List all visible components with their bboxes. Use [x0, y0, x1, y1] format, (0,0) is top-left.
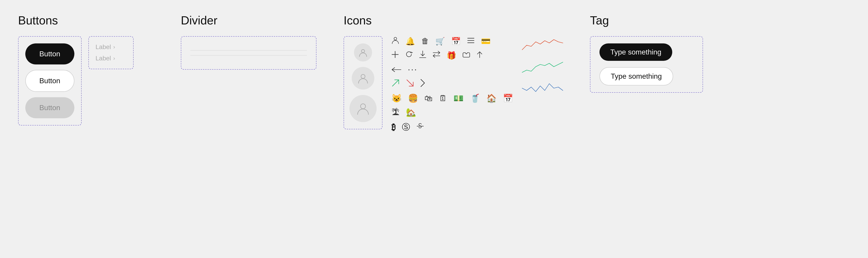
divider-line-1 — [190, 50, 307, 51]
label-text-1: Label — [96, 44, 111, 51]
icons-grid: 🔔 🗑 🛒 📅 💳 — [392, 36, 513, 133]
bell-icon: 🔔 — [405, 37, 415, 46]
house2-emoji: 🏡 — [406, 108, 416, 117]
ellipsis-icon: ··· — [408, 65, 418, 75]
avatar-small — [354, 44, 372, 61]
label-text-2: Label — [96, 55, 111, 62]
money-emoji: 💵 — [454, 94, 464, 103]
svg-point-1 — [361, 75, 365, 79]
sparkline-3 — [522, 79, 563, 95]
svg-line-14 — [407, 80, 413, 86]
divider-section: Divider — [181, 13, 316, 70]
svg-line-13 — [393, 80, 399, 86]
icon-row-2: 🎁 — [392, 51, 513, 60]
house-emoji: 🏠 — [487, 94, 497, 103]
main-layout: Buttons Button Button Button Label › Lab… — [18, 13, 850, 133]
labels-dashed-box: Label › Label › — [88, 36, 133, 69]
download-icon — [419, 51, 426, 60]
svg-point-0 — [362, 50, 365, 53]
tag-section: Tag Type something Type something — [590, 13, 703, 93]
primary-button[interactable]: Button — [25, 44, 74, 64]
tag-filled-button[interactable]: Type something — [599, 44, 672, 61]
swap-icon — [433, 51, 440, 60]
sparkline-2 — [522, 59, 563, 75]
buttons-section: Buttons Button Button Button Label › Lab… — [18, 13, 154, 125]
icon-row-1: 🔔 🗑 🛒 📅 💳 — [392, 36, 513, 46]
plus-icon — [392, 51, 399, 60]
divider-dashed-box — [181, 36, 316, 70]
creditcard-icon: 💳 — [481, 37, 491, 46]
island-emoji: 🏝 — [392, 108, 400, 117]
label-arrow-1: › — [113, 44, 115, 50]
person-icon — [392, 36, 399, 46]
icons-content: 🔔 🗑 🛒 📅 💳 — [344, 36, 563, 133]
circled-s-icon: Ⓢ — [402, 122, 410, 133]
trend-up-icon — [392, 79, 400, 89]
notepad-emoji: 📅 — [503, 94, 513, 103]
icon-row-4 — [392, 79, 513, 89]
divider-line-2 — [190, 55, 307, 56]
label-item-2[interactable]: Label › — [96, 55, 126, 62]
svg-point-2 — [361, 104, 366, 109]
buttons-dashed-box: Button Button Button — [18, 36, 82, 125]
icon-row-3: ··· — [392, 65, 513, 75]
buttons-content: Button Button Button Label › Label › — [18, 36, 154, 125]
arrow-left-icon — [392, 65, 401, 75]
shopping-emoji: 🛍 — [425, 94, 433, 103]
disabled-button: Button — [25, 97, 74, 118]
trend-down-icon — [406, 79, 414, 89]
avatars-dashed-box — [344, 36, 382, 130]
trash-icon: 🗑 — [421, 37, 429, 46]
svg-point-3 — [394, 37, 397, 40]
sparkline-1 — [522, 38, 563, 54]
tag-outline-button[interactable]: Type something — [599, 67, 673, 85]
calendar-icon: 📅 — [451, 37, 461, 46]
divider-section-title: Divider — [181, 13, 316, 27]
cart-icon: 🛒 — [435, 37, 445, 46]
refresh-icon — [405, 51, 413, 60]
icon-row-7: ₿ Ⓢ — [392, 122, 513, 133]
outline-button[interactable]: Button — [25, 70, 74, 92]
cat-emoji: 😺 — [392, 94, 402, 103]
tag-section-title: Tag — [590, 13, 703, 27]
list-icon — [467, 37, 475, 46]
up-icon — [476, 51, 483, 60]
chevron-right-icon — [421, 79, 425, 89]
gift-icon: 🎁 — [447, 51, 456, 60]
icons-section-title: Icons — [344, 13, 563, 27]
burger-emoji: 🍔 — [408, 94, 418, 103]
tag-dashed-box: Type something Type something — [590, 36, 703, 93]
bitcoin-icon: ₿ — [392, 122, 396, 132]
buttons-section-title: Buttons — [18, 13, 154, 27]
avatar-large — [349, 95, 377, 122]
drink-emoji: 🥤 — [470, 94, 480, 103]
undo-icon — [463, 51, 470, 60]
calendar-emoji: 🗓 — [439, 94, 447, 103]
icon-row-6: 🏝 🏡 — [392, 108, 513, 117]
icons-section: Icons — [344, 13, 563, 133]
avatar-medium — [352, 67, 374, 90]
icon-row-5: 😺 🍔 🛍 🗓 💵 🥤 🏠 📅 — [392, 94, 513, 103]
label-arrow-2: › — [113, 55, 115, 61]
sparklines-area — [522, 36, 563, 95]
strikethrough-s-icon — [416, 122, 424, 132]
label-item-1[interactable]: Label › — [96, 44, 126, 51]
